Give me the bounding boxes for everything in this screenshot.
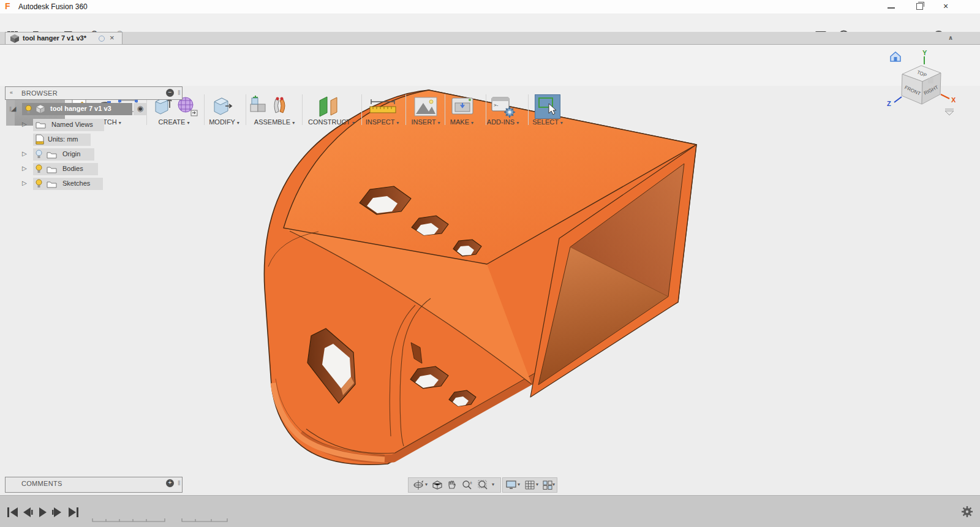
browser-row-bodies[interactable]: ▷ Bodies xyxy=(0,163,184,175)
group-divider xyxy=(405,94,406,125)
display-settings-icon[interactable] xyxy=(506,480,516,490)
model-body[interactable] xyxy=(264,90,696,464)
title-bar: F Autodesk Fusion 360 × xyxy=(0,0,980,14)
step-back-button[interactable] xyxy=(23,507,33,517)
measure-icon[interactable] xyxy=(368,98,398,115)
x-axis-line xyxy=(941,94,949,99)
group-caret-icon: ▾ xyxy=(471,120,473,126)
visibility-bulb-off-icon[interactable] xyxy=(36,150,42,159)
display-caret-icon[interactable]: ▾ xyxy=(518,482,520,487)
timeline-group-bracket xyxy=(89,518,236,523)
ribbon-group-select[interactable]: SELECT ▾ xyxy=(522,118,573,126)
browser-row-origin[interactable]: ▷ Origin xyxy=(0,148,184,161)
group-label: INSPECT xyxy=(366,118,394,126)
timeline-settings-gear-icon[interactable] xyxy=(960,505,974,518)
press-pull-icon[interactable] xyxy=(212,96,234,118)
fusion-logo-icon: F xyxy=(5,2,14,11)
browser-drag-handle[interactable]: ‖ xyxy=(178,89,181,96)
go-to-start-button[interactable] xyxy=(7,507,18,517)
component-cube-icon xyxy=(36,105,45,113)
units-document-icon xyxy=(36,134,44,145)
comments-add-icon[interactable]: + xyxy=(166,479,174,487)
viewcube-corner-hit xyxy=(928,78,933,83)
play-button[interactable] xyxy=(39,507,47,517)
expand-closed-icon[interactable]: ▷ xyxy=(22,180,27,186)
document-tab[interactable]: tool hanger 7 v1 v3* × xyxy=(5,32,123,44)
select-tool-button[interactable] xyxy=(535,94,560,119)
group-label: CONSTRUCT xyxy=(308,118,350,126)
zoom-window-caret-icon[interactable]: ▾ xyxy=(492,482,494,487)
timeline-bar xyxy=(0,495,980,527)
group-divider xyxy=(302,94,303,125)
construct-plane-icon[interactable] xyxy=(316,96,343,118)
tab-close-icon[interactable]: × xyxy=(110,33,115,42)
browser-row-sketches[interactable]: ▷ Sketches xyxy=(0,178,184,190)
step-forward-button[interactable] xyxy=(52,507,61,517)
viewcube-home-icon[interactable] xyxy=(891,52,900,61)
insert-image-icon[interactable] xyxy=(414,97,437,116)
x-axis-label: X xyxy=(951,96,956,104)
y-axis-label: Y xyxy=(922,49,927,56)
browser-row-units[interactable]: Units: mm xyxy=(0,134,184,146)
ribbon-group-assemble[interactable]: ASSEMBLE ▾ xyxy=(249,118,300,126)
visibility-bulb-icon[interactable] xyxy=(36,179,42,188)
look-at-icon[interactable] xyxy=(432,480,443,490)
browser-title: BROWSER xyxy=(21,89,58,97)
grid-caret-icon[interactable]: ▾ xyxy=(536,482,538,487)
3d-print-icon[interactable] xyxy=(451,97,474,116)
group-caret-icon: ▾ xyxy=(237,120,239,126)
row-label: Units: mm xyxy=(48,135,78,143)
browser-minimize-icon[interactable]: − xyxy=(166,89,174,97)
viewports-caret-icon[interactable]: ▾ xyxy=(552,482,555,487)
group-label: ADD-INS xyxy=(487,118,514,126)
comments-title: COMMENTS xyxy=(21,480,62,487)
fusion-window: F Autodesk Fusion 360 × ▾ ↶ ▾ ↷ ▾ Igor A… xyxy=(0,0,980,527)
group-label: ASSEMBLE xyxy=(254,118,290,126)
pan-hand-icon[interactable] xyxy=(447,480,456,490)
zoom-window-icon[interactable] xyxy=(477,480,489,490)
close-icon[interactable]: × xyxy=(943,1,948,11)
expand-closed-icon[interactable]: ▷ xyxy=(22,165,27,172)
browser-panel-header[interactable]: « BROWSER − ‖ xyxy=(5,86,183,100)
orbit-caret-icon[interactable]: ▾ xyxy=(425,482,428,487)
go-to-end-button[interactable] xyxy=(69,507,78,517)
zoom-icon[interactable]: ± xyxy=(461,480,473,490)
svg-text:>-: >- xyxy=(494,102,499,108)
scripts-addins-icon[interactable]: >- xyxy=(491,97,516,118)
row-label: Bodies xyxy=(62,165,83,172)
expand-open-icon[interactable]: ◢ xyxy=(11,105,16,113)
quick-access-toolbar: ▾ ↶ ▾ ↷ ▾ Igor Albuquerque ▾ ? ▾ xyxy=(0,13,980,32)
joint-icon[interactable] xyxy=(272,96,290,118)
ribbon-group-addins[interactable]: ADD-INS ▾ xyxy=(477,118,529,126)
folder-icon xyxy=(47,165,57,173)
grid-icon[interactable] xyxy=(525,480,535,490)
viewcube-menu-icon[interactable] xyxy=(945,109,954,115)
browser-row-root[interactable]: ◢ tool hanger 7 v1 v3 ◉ xyxy=(0,103,184,115)
collapse-toolbar-icon[interactable]: ∧ xyxy=(948,34,953,41)
app-title: Autodesk Fusion 360 xyxy=(18,2,88,11)
document-cube-icon xyxy=(10,34,20,43)
ribbon-group-construct[interactable]: CONSTRUCT ▾ xyxy=(306,118,357,126)
comments-panel-header[interactable]: COMMENTS + ‖ xyxy=(5,477,183,493)
ribbon-group-modify[interactable]: MODIFY ▾ xyxy=(198,118,250,126)
expand-closed-icon[interactable]: ▷ xyxy=(22,150,27,157)
comments-drag-handle[interactable]: ‖ xyxy=(178,479,181,487)
row-label: Named Views xyxy=(51,121,93,128)
browser-collapse-icon[interactable]: « xyxy=(10,89,13,96)
group-caret-icon: ▾ xyxy=(187,120,189,126)
visibility-bulb-icon[interactable] xyxy=(36,164,42,173)
viewcube[interactable]: Y Z X TOP FRONT RIGHT xyxy=(882,48,962,121)
expand-closed-icon[interactable]: ▷ xyxy=(22,121,27,127)
group-divider xyxy=(361,94,362,125)
document-tab-title: tool hanger 7 v1 v3* xyxy=(23,34,86,42)
orbit-icon[interactable] xyxy=(412,480,424,490)
group-caret-icon: ▾ xyxy=(352,120,355,126)
new-component-icon[interactable] xyxy=(249,96,270,118)
row-label: Origin xyxy=(62,150,80,157)
minimize-icon[interactable] xyxy=(888,7,895,9)
viewports-icon[interactable] xyxy=(543,480,552,490)
browser-row-named-views[interactable]: ▷ Named Views xyxy=(0,119,184,131)
visibility-bulb-icon[interactable] xyxy=(25,105,32,114)
select-cursor-icon xyxy=(535,95,560,118)
activate-component-icon[interactable]: ◉ xyxy=(134,103,147,115)
